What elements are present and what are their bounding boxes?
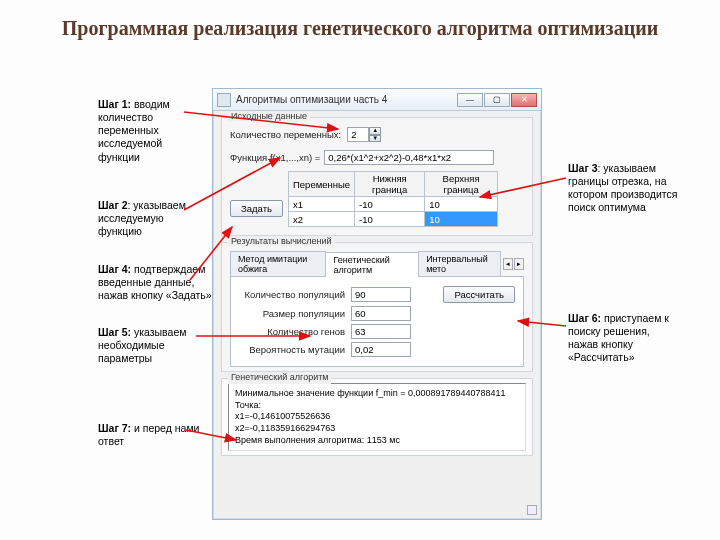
annot-step7: Шаг 7: и перед нами ответ — [98, 422, 210, 448]
annot-step5: Шаг 5: указываем необходимые параметры — [98, 326, 210, 365]
results-group-title: Результаты вычислений — [228, 236, 335, 246]
annot-step2: Шаг 2: указываем исследуемую функцию — [98, 199, 210, 238]
results-group: Результаты вычислений Метод имитации обж… — [221, 242, 533, 372]
window-title: Алгоритмы оптимизации часть 4 — [236, 94, 457, 105]
variables-table: Переменные Нижняя граница Верхняя границ… — [288, 171, 498, 227]
cell-lower[interactable]: -10 — [355, 212, 425, 227]
result-line: Время выполнения алгоритма: 1153 мс — [235, 435, 519, 447]
spin-up-icon[interactable]: ▲ — [369, 127, 381, 135]
table-row[interactable]: x2 -10 10 — [289, 212, 498, 227]
pop-size-label: Размер популяции — [239, 308, 351, 319]
maximize-button[interactable]: ▢ — [484, 93, 510, 107]
calculate-button[interactable]: Рассчитать — [443, 286, 515, 303]
annot-step6: Шаг 6: приступаем к поиску решения, нажа… — [568, 312, 678, 365]
annot-step3: Шаг 3: указываем границы отрезка, на кот… — [568, 162, 688, 215]
tab-sim-annealing[interactable]: Метод имитации обжига — [230, 251, 326, 276]
function-label: Функция f(x1,...,xn) = — [230, 152, 320, 163]
gene-count-label: Количество генов — [239, 326, 351, 337]
cell-lower[interactable]: -10 — [355, 197, 425, 212]
result-output-group: Генетический алгоритм Минимальное значен… — [221, 378, 533, 456]
pop-count-input[interactable] — [351, 287, 411, 302]
resize-grip-icon[interactable] — [527, 505, 537, 515]
col-var: Переменные — [289, 172, 355, 197]
mut-prob-input[interactable] — [351, 342, 411, 357]
annot-step1: Шаг 1: вводим количество переменных иссл… — [98, 98, 206, 164]
function-input[interactable] — [324, 150, 494, 165]
result-output-text: Минимальное значение функции f_min = 0,0… — [228, 383, 526, 451]
pop-size-input[interactable] — [351, 306, 411, 321]
tab-scroll-right-icon[interactable]: ▸ — [514, 258, 524, 270]
slide-title: Программная реализация генетического алг… — [0, 16, 720, 40]
var-count-input[interactable] — [347, 127, 369, 142]
cell-upper-selected[interactable]: 10 — [425, 212, 498, 227]
spin-down-icon[interactable]: ▼ — [369, 135, 381, 143]
cell-var[interactable]: x2 — [289, 212, 355, 227]
set-button[interactable]: Задать — [230, 200, 283, 217]
table-row[interactable]: x1 -10 10 — [289, 197, 498, 212]
tab-genetic[interactable]: Генетический алгоритм — [325, 252, 419, 277]
gene-count-input[interactable] — [351, 324, 411, 339]
input-data-group: Исходные данные Количество переменных: ▲… — [221, 117, 533, 236]
mut-prob-label: Вероятность мутации — [239, 344, 351, 355]
input-group-title: Исходные данные — [228, 111, 310, 121]
tab-scroll-left-icon[interactable]: ◂ — [503, 258, 513, 270]
close-button[interactable]: ✕ — [511, 93, 537, 107]
table-header-row: Переменные Нижняя граница Верхняя границ… — [289, 172, 498, 197]
result-line: x2=-0,118359166294763 — [235, 423, 519, 435]
app-icon — [217, 93, 231, 107]
cell-var[interactable]: x1 — [289, 197, 355, 212]
cell-upper[interactable]: 10 — [425, 197, 498, 212]
result-output-title: Генетический алгоритм — [228, 372, 331, 384]
col-lower: Нижняя граница — [355, 172, 425, 197]
tabs: Метод имитации обжига Генетический алгор… — [230, 251, 524, 277]
tab-interval[interactable]: Интервальный мето — [418, 251, 501, 276]
tab-body: Количество популяций Рассчитать Размер п… — [230, 277, 524, 367]
annot-step4: Шаг 4: подтверждаем введенные данные, на… — [98, 263, 212, 302]
minimize-button[interactable]: — — [457, 93, 483, 107]
result-line: x1=-0,14610075526636 — [235, 411, 519, 423]
result-line: Точка: — [235, 400, 519, 412]
var-count-label: Количество переменных: — [230, 129, 341, 140]
col-upper: Верхняя граница — [425, 172, 498, 197]
result-line: Минимальное значение функции f_min = 0,0… — [235, 388, 519, 400]
pop-count-label: Количество популяций — [239, 289, 351, 300]
app-window: Алгоритмы оптимизации часть 4 — ▢ ✕ Исхо… — [212, 88, 542, 520]
titlebar[interactable]: Алгоритмы оптимизации часть 4 — ▢ ✕ — [213, 89, 541, 111]
